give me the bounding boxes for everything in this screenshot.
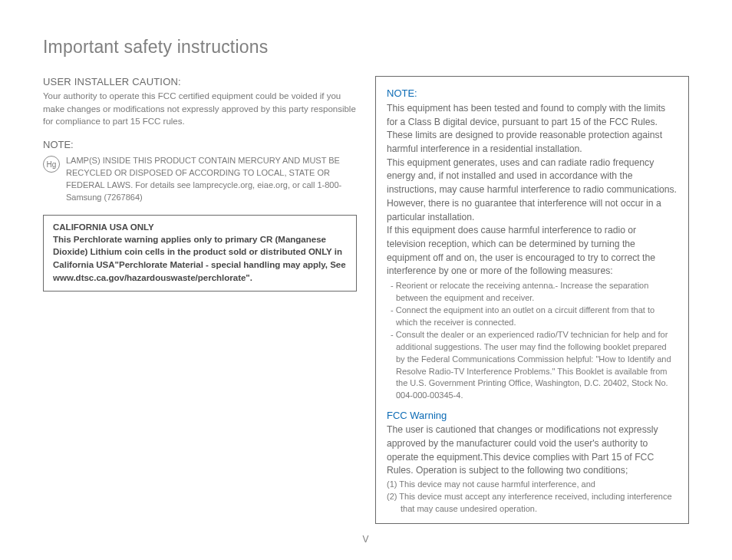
fcc-para-3: This equipment generates, uses and can r… — [387, 156, 678, 224]
installer-caution-body: Your authority to operate this FCC certi… — [43, 90, 357, 128]
right-note-label: NOTE: — [387, 87, 678, 99]
list-item: - Reorient or relocate the receiving ant… — [387, 280, 678, 305]
left-note-label: NOTE: — [43, 139, 357, 150]
mercury-notice: Hg LAMP(S) INSIDE THIS PRODUCT CONTAIN M… — [43, 155, 357, 204]
list-item: - Consult the dealer or an experienced r… — [387, 329, 678, 403]
conditions-list: (1) This device may not cause harmful in… — [387, 479, 678, 516]
right-column: NOTE: This equipment has been tested and… — [375, 76, 689, 524]
left-column: USER INSTALLER CAUTION: Your authority t… — [43, 76, 357, 524]
page-title: Important safety instructions — [43, 37, 689, 58]
installer-caution-heading: USER INSTALLER CAUTION: — [43, 76, 357, 87]
california-box: CALIFORNIA USA ONLY This Perchlorate war… — [43, 215, 357, 292]
california-title: CALIFORNIA USA ONLY — [53, 222, 347, 232]
fcc-note-panel: NOTE: This equipment has been tested and… — [375, 76, 689, 524]
fcc-warning-heading: FCC Warning — [387, 410, 678, 421]
list-item: (1) This device may not cause harmful in… — [387, 479, 678, 491]
mercury-icon: Hg — [43, 156, 60, 173]
california-body: This Perchlorate warning applies only to… — [53, 233, 347, 285]
list-item: - Connect the equipment into an outlet o… — [387, 305, 678, 329]
page-number: V — [0, 534, 732, 545]
fcc-para-2: These limits are designed to provide rea… — [387, 129, 678, 156]
fcc-para-4: If this equipment does cause harmful int… — [387, 224, 678, 278]
fcc-para-1: This equipment has been tested and found… — [387, 102, 678, 129]
content-columns: USER INSTALLER CAUTION: Your authority t… — [43, 76, 689, 524]
fcc-warning-body: The user is cautioned that changes or mo… — [387, 423, 678, 478]
list-item: (2) This device must accept any interfer… — [387, 491, 678, 516]
mercury-text: LAMP(S) INSIDE THIS PRODUCT CONTAIN MERC… — [66, 155, 357, 204]
interference-measures-list: - Reorient or relocate the receiving ant… — [387, 280, 678, 402]
